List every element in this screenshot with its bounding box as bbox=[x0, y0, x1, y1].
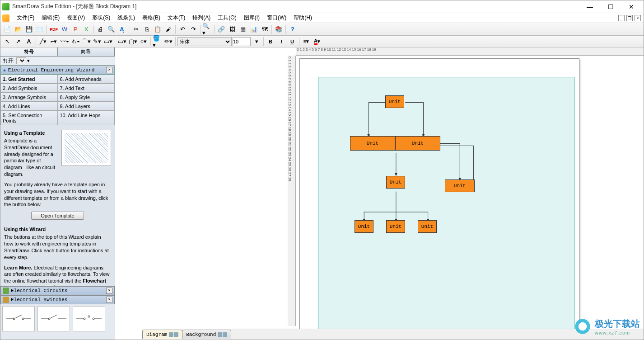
italic-button[interactable]: I bbox=[276, 37, 286, 46]
shelf2-close-icon[interactable]: × bbox=[106, 297, 112, 303]
align-button[interactable]: ≡▾ bbox=[301, 37, 311, 46]
underline-button[interactable]: U bbox=[287, 37, 297, 46]
chart-icon[interactable]: 📊 bbox=[249, 24, 259, 34]
minimize-button[interactable]: — bbox=[579, 0, 600, 13]
shelf-switches-header[interactable]: Electrical Switches × bbox=[0, 295, 115, 304]
switch-symbol-2[interactable] bbox=[37, 306, 70, 331]
menu-library[interactable]: 图库(I) bbox=[240, 13, 263, 23]
tab-symbols[interactable]: 符号 bbox=[0, 47, 58, 56]
connector-tool-icon[interactable]: ⌐▾ bbox=[49, 37, 59, 47]
menu-window[interactable]: 窗口(W) bbox=[263, 13, 290, 23]
page[interactable]: Unit Unit Unit Unit Unit Unit Unit Unit … bbox=[299, 58, 579, 340]
step-9[interactable]: 9. Add Layers bbox=[58, 102, 115, 111]
open-icon[interactable]: 📂 bbox=[13, 24, 23, 34]
map-icon[interactable]: 🗺 bbox=[260, 24, 270, 34]
step-7[interactable]: 7. Add Text bbox=[58, 84, 115, 93]
fill-color-icon[interactable]: 🪣▾ bbox=[153, 37, 163, 47]
tab-diagram[interactable]: Diagram bbox=[142, 330, 182, 339]
image-icon[interactable]: 🖼 bbox=[227, 24, 237, 34]
switch-symbol-1[interactable] bbox=[2, 306, 35, 331]
hyperlink-icon[interactable]: 🔗 bbox=[216, 24, 226, 34]
block-unit[interactable]: Unit bbox=[418, 220, 437, 233]
format-painter-icon[interactable]: 🖌 bbox=[163, 24, 173, 34]
arrow-tool-icon[interactable]: ➚ bbox=[13, 37, 23, 47]
menu-table[interactable]: 表格(B) bbox=[139, 13, 164, 23]
redo-icon[interactable]: ↷ bbox=[188, 24, 198, 34]
close-button[interactable]: ✕ bbox=[621, 0, 642, 13]
app-menu-icon[interactable] bbox=[2, 14, 9, 22]
step-1[interactable]: 1. Get Started bbox=[0, 75, 58, 84]
block-unit[interactable]: Unit bbox=[385, 95, 404, 108]
library-icon[interactable]: 📚 bbox=[274, 24, 284, 34]
menu-view[interactable]: 视图(V) bbox=[63, 13, 89, 23]
print-icon[interactable]: 🖨 bbox=[95, 24, 105, 34]
save-icon[interactable]: 💾 bbox=[24, 24, 34, 34]
mdi-minimize-icon[interactable]: _ bbox=[618, 15, 625, 21]
undo-icon[interactable]: ↶ bbox=[177, 24, 187, 34]
text-color-button[interactable]: A▾ bbox=[312, 37, 322, 46]
step-3[interactable]: 3. Arrange Symbols bbox=[0, 93, 58, 102]
menu-text[interactable]: 文本(T) bbox=[164, 13, 189, 23]
open-select[interactable] bbox=[16, 57, 26, 64]
wizard-close-icon[interactable]: × bbox=[106, 67, 112, 73]
roundrect-shape-icon[interactable]: ▢▾ bbox=[128, 37, 138, 47]
step-8[interactable]: 8. Apply Style bbox=[58, 93, 115, 102]
tab-wizard[interactable]: 向导 bbox=[58, 47, 115, 56]
shape-tool-icon[interactable]: ▭▾ bbox=[103, 37, 113, 47]
spellcheck-icon[interactable]: Ą bbox=[117, 24, 127, 34]
mdi-close-icon[interactable]: × bbox=[635, 15, 641, 21]
help-icon[interactable]: ? bbox=[288, 24, 298, 34]
menu-tools[interactable]: 工具(O) bbox=[214, 13, 240, 23]
curve-tool-icon[interactable]: 〰▾ bbox=[60, 37, 70, 47]
mdi-restore-icon[interactable]: ❐ bbox=[626, 15, 633, 21]
rect-shape-icon[interactable]: ▭▾ bbox=[117, 37, 127, 47]
menu-file[interactable]: 文件(F) bbox=[13, 13, 38, 23]
step-5[interactable]: 5. Set Connection Points bbox=[0, 111, 58, 125]
switch-symbol-3[interactable] bbox=[73, 306, 105, 331]
block-unit[interactable]: Unit bbox=[350, 136, 395, 151]
polyline-tool-icon[interactable]: ⩚▾ bbox=[70, 37, 80, 47]
step-10[interactable]: 10. Add Line Hops bbox=[58, 111, 115, 125]
menu-arrange[interactable]: 排列(A) bbox=[189, 13, 214, 23]
table-icon[interactable]: ▦ bbox=[238, 24, 248, 34]
block-unit[interactable]: Unit bbox=[395, 136, 440, 151]
zoom-icon[interactable]: 🔍▾ bbox=[202, 24, 212, 34]
block-unit[interactable]: Unit bbox=[355, 220, 373, 233]
shelf1-close-icon[interactable]: × bbox=[106, 288, 112, 294]
menu-shape[interactable]: 形状(S) bbox=[89, 13, 114, 23]
new-icon[interactable]: 📄 bbox=[2, 24, 12, 34]
freehand-tool-icon[interactable]: ✎▾ bbox=[92, 37, 102, 47]
block-unit[interactable]: Unit bbox=[445, 179, 475, 192]
block-unit[interactable]: Unit bbox=[386, 220, 405, 233]
word-icon[interactable]: W bbox=[60, 24, 70, 34]
menu-line[interactable]: 线条(L) bbox=[114, 13, 139, 23]
pointer-icon[interactable]: ↖ bbox=[2, 37, 12, 47]
font-name-select[interactable]: 宋体 bbox=[177, 37, 232, 46]
ellipse-shape-icon[interactable]: ○▾ bbox=[139, 37, 149, 47]
print-preview-icon[interactable]: 🔍 bbox=[106, 24, 116, 34]
line-tool-icon[interactable]: ╱▾ bbox=[38, 37, 48, 47]
copy-icon[interactable]: ⎘ bbox=[142, 24, 152, 34]
arc-tool-icon[interactable]: ⌒▾ bbox=[81, 37, 91, 47]
email-icon[interactable]: ✉️ bbox=[35, 24, 45, 34]
block-unit[interactable]: Unit bbox=[386, 176, 405, 189]
cut-icon[interactable]: ✂ bbox=[131, 24, 141, 34]
step-4[interactable]: 4. Add Lines bbox=[0, 102, 58, 111]
step-2[interactable]: 2. Add Symbols bbox=[0, 84, 58, 93]
menu-help[interactable]: 帮助(H) bbox=[290, 13, 316, 23]
canvas[interactable]: 0 1 2 3 4 5 6 7 8 9 10 11 12 13 14 15 16… bbox=[115, 47, 644, 340]
bold-button[interactable]: B bbox=[266, 37, 275, 46]
paste-icon[interactable]: 📋 bbox=[153, 24, 163, 34]
step-6[interactable]: 6. Add Arrowheads bbox=[58, 75, 115, 84]
shelf-circuits-header[interactable]: Electrical Circuits × bbox=[0, 286, 115, 295]
powerpoint-icon[interactable]: P bbox=[70, 24, 80, 34]
font-size-dropdown-icon[interactable]: ▾ bbox=[252, 37, 261, 47]
excel-icon[interactable]: X bbox=[81, 24, 91, 34]
tab-background[interactable]: Background bbox=[182, 330, 231, 339]
pdf-icon[interactable]: PDF bbox=[49, 24, 59, 34]
text-tool-icon[interactable]: A bbox=[24, 37, 34, 47]
maximize-button[interactable]: ☐ bbox=[600, 0, 621, 13]
menu-edit[interactable]: 编辑(E) bbox=[38, 13, 63, 23]
font-size-input[interactable] bbox=[233, 37, 251, 46]
open-template-button[interactable]: Open Template bbox=[31, 212, 84, 220]
